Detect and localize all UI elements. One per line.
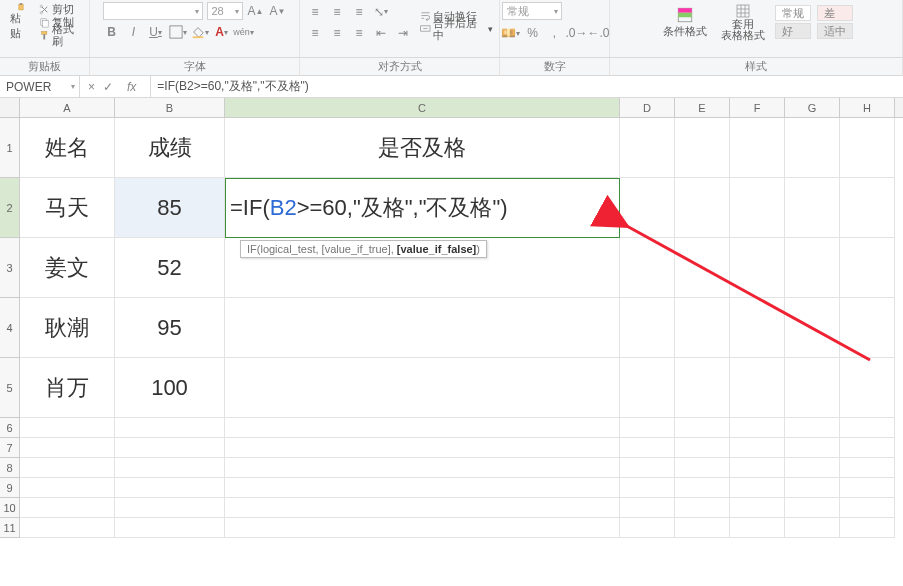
cell-B1[interactable]: 成绩 — [115, 118, 225, 178]
cell-E6[interactable] — [675, 418, 730, 438]
style-neutral[interactable]: 适中 — [817, 23, 853, 39]
row-10[interactable]: 10 — [0, 498, 20, 518]
cell-E7[interactable] — [675, 438, 730, 458]
select-all-corner[interactable] — [0, 98, 20, 118]
align-right-button[interactable]: ≡ — [350, 24, 368, 42]
format-painter-button[interactable]: 格式刷 — [39, 29, 83, 41]
cell-F2[interactable] — [730, 178, 785, 238]
col-B[interactable]: B — [115, 98, 225, 117]
cell-B7[interactable] — [115, 438, 225, 458]
cell-H2[interactable] — [840, 178, 895, 238]
cell-H5[interactable] — [840, 358, 895, 418]
style-normal[interactable]: 常规 — [775, 5, 811, 21]
cell-E9[interactable] — [675, 478, 730, 498]
col-E[interactable]: E — [675, 98, 730, 117]
row-4[interactable]: 4 — [0, 298, 20, 358]
align-center-button[interactable]: ≡ — [328, 24, 346, 42]
indent-inc-button[interactable]: ⇥ — [394, 24, 412, 42]
cell-F10[interactable] — [730, 498, 785, 518]
col-F[interactable]: F — [730, 98, 785, 117]
cell-G10[interactable] — [785, 498, 840, 518]
font-color-button[interactable]: A▾ — [213, 23, 231, 41]
accounting-button[interactable]: 💴▾ — [502, 24, 520, 42]
cell-H4[interactable] — [840, 298, 895, 358]
phonetic-button[interactable]: wén▾ — [235, 23, 253, 41]
cell-C7[interactable] — [225, 438, 620, 458]
col-A[interactable]: A — [20, 98, 115, 117]
border-button[interactable]: ▾ — [169, 23, 187, 41]
orientation-button[interactable]: ⤡▾ — [372, 3, 390, 21]
cell-A5[interactable]: 肖万 — [20, 358, 115, 418]
cell-D2[interactable] — [620, 178, 675, 238]
cell-C11[interactable] — [225, 518, 620, 538]
cell-F8[interactable] — [730, 458, 785, 478]
row-11[interactable]: 11 — [0, 518, 20, 538]
cell-D1[interactable] — [620, 118, 675, 178]
cell-G3[interactable] — [785, 238, 840, 298]
cell-G9[interactable] — [785, 478, 840, 498]
number-format-select[interactable]: 常规 — [502, 2, 562, 20]
merge-center-button[interactable]: 合并后居中▾ — [420, 23, 493, 35]
cell-A2[interactable]: 马天 — [20, 178, 115, 238]
cell-H3[interactable] — [840, 238, 895, 298]
grow-font-button[interactable]: A▲ — [247, 2, 265, 20]
cell-E3[interactable] — [675, 238, 730, 298]
cell-C4[interactable] — [225, 298, 620, 358]
cell-E11[interactable] — [675, 518, 730, 538]
cell-F6[interactable] — [730, 418, 785, 438]
row-3[interactable]: 3 — [0, 238, 20, 298]
italic-button[interactable]: I — [125, 23, 143, 41]
cell-A1[interactable]: 姓名 — [20, 118, 115, 178]
align-left-button[interactable]: ≡ — [306, 24, 324, 42]
row-7[interactable]: 7 — [0, 438, 20, 458]
cell-H11[interactable] — [840, 518, 895, 538]
cell-editor[interactable]: =IF(B2>=60,"及格","不及格") — [225, 178, 620, 238]
cell-E8[interactable] — [675, 458, 730, 478]
align-top-button[interactable]: ≡ — [306, 3, 324, 21]
cell-A4[interactable]: 耿潮 — [20, 298, 115, 358]
cell-D10[interactable] — [620, 498, 675, 518]
inc-decimal-button[interactable]: .0→ — [568, 24, 586, 42]
cell-H1[interactable] — [840, 118, 895, 178]
align-middle-button[interactable]: ≡ — [328, 3, 346, 21]
font-family-select[interactable] — [103, 2, 203, 20]
cell-D4[interactable] — [620, 298, 675, 358]
cell-C10[interactable] — [225, 498, 620, 518]
style-bad[interactable]: 差 — [817, 5, 853, 21]
fill-color-button[interactable]: ▾ — [191, 23, 209, 41]
cell-G5[interactable] — [785, 358, 840, 418]
shrink-font-button[interactable]: A▼ — [269, 2, 287, 20]
cell-H10[interactable] — [840, 498, 895, 518]
dec-decimal-button[interactable]: ←.0 — [590, 24, 608, 42]
row-9[interactable]: 9 — [0, 478, 20, 498]
cell-C8[interactable] — [225, 458, 620, 478]
cell-C5[interactable] — [225, 358, 620, 418]
comma-button[interactable]: , — [546, 24, 564, 42]
cell-E5[interactable] — [675, 358, 730, 418]
cell-E1[interactable] — [675, 118, 730, 178]
cell-G6[interactable] — [785, 418, 840, 438]
cell-G4[interactable] — [785, 298, 840, 358]
cell-D9[interactable] — [620, 478, 675, 498]
cell-H6[interactable] — [840, 418, 895, 438]
row-5[interactable]: 5 — [0, 358, 20, 418]
cell-G8[interactable] — [785, 458, 840, 478]
cell-B3[interactable]: 52 — [115, 238, 225, 298]
cell-D8[interactable] — [620, 458, 675, 478]
cell-D6[interactable] — [620, 418, 675, 438]
cell-E4[interactable] — [675, 298, 730, 358]
cell-A10[interactable] — [20, 498, 115, 518]
col-C[interactable]: C — [225, 98, 620, 117]
cell-F4[interactable] — [730, 298, 785, 358]
cell-F3[interactable] — [730, 238, 785, 298]
cut-button[interactable]: 剪切 — [39, 3, 83, 15]
cell-C9[interactable] — [225, 478, 620, 498]
cell-E2[interactable] — [675, 178, 730, 238]
cell-styles-gallery[interactable]: 常规 差 好 适中 — [775, 5, 853, 39]
cell-G2[interactable] — [785, 178, 840, 238]
cancel-formula-button[interactable]: × — [88, 80, 95, 94]
bold-button[interactable]: B — [103, 23, 121, 41]
cell-A9[interactable] — [20, 478, 115, 498]
cell-F5[interactable] — [730, 358, 785, 418]
cell-A11[interactable] — [20, 518, 115, 538]
